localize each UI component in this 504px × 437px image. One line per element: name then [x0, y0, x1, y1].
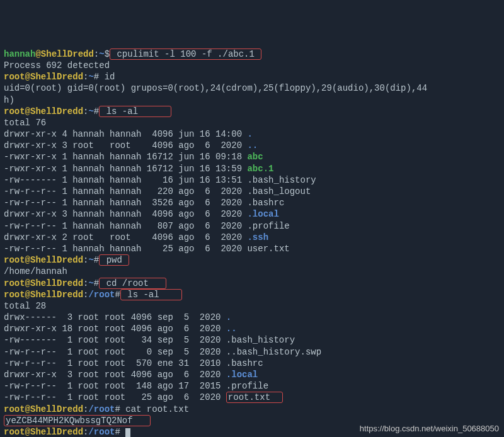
prompt-symbol: #	[94, 106, 99, 116]
prompt-host: ShellDredd	[30, 72, 83, 82]
command: cd /root	[99, 278, 166, 289]
file-name: root.txt	[226, 392, 283, 403]
ls-row: -rw-r--r-- 1 root root 148 ago 17 2015 .…	[4, 380, 500, 392]
ls-row: -rw-r--r-- 1 hannah hannah 220 ago 6 202…	[4, 186, 500, 197]
command-line: root@ShellDredd:~# id	[4, 71, 500, 82]
prompt-symbol: #	[115, 404, 120, 414]
prompt-user: root	[4, 278, 25, 288]
cursor	[125, 428, 130, 437]
ls-row: -rw------- 1 hannah hannah 16 jun 16 13:…	[4, 174, 500, 186]
file-name: .local	[226, 370, 258, 380]
prompt-symbol: #	[94, 278, 99, 288]
prompt-user: root	[4, 106, 25, 116]
ls-row: drwxr-xr-x 3 hannah hannah 4096 ago 6 20…	[4, 208, 500, 220]
command: cpulimit -l 100 -f ./abc.1	[110, 48, 261, 60]
file-name: abc.1	[247, 164, 273, 174]
prompt-user: root	[4, 72, 25, 82]
output-line: total 76	[4, 117, 500, 128]
prompt-host: ShellDredd	[30, 255, 83, 265]
prompt-user: root	[4, 427, 25, 437]
prompt-path: ~	[88, 255, 93, 265]
prompt-at: @	[25, 72, 30, 82]
prompt-path: ~	[88, 72, 93, 82]
ls-row: -rw-r--r-- 1 root root 570 ene 31 2010 .…	[4, 358, 500, 369]
prompt-user: root	[4, 404, 25, 414]
output-line: /home/hannah	[4, 266, 500, 277]
ls-row: drwxr-xr-x 2 root root 4096 ago 6 2020 .…	[4, 232, 500, 243]
output-line: Process 692 detected	[4, 60, 500, 71]
command-line: root@ShellDredd:~# cd /root	[4, 278, 500, 289]
output-line: h)	[4, 94, 500, 106]
prompt-at: @	[25, 278, 30, 288]
prompt-host: ShellDredd	[30, 290, 83, 300]
prompt-at: @	[35, 49, 40, 59]
prompt-path: ~	[99, 49, 104, 59]
prompt-at: @	[25, 106, 30, 116]
ls-row: -rw-r--r-- 1 root root 0 sep 5 2020 ..ba…	[4, 346, 500, 358]
file-name: .bash_logout	[247, 186, 311, 196]
command-line: root@ShellDredd:/root# ls -al	[4, 289, 500, 300]
command: pwd	[99, 254, 129, 266]
file-name: ..	[226, 324, 237, 334]
prompt-symbol: #	[115, 290, 120, 300]
prompt-host: ShellDredd	[30, 427, 83, 437]
ls-row: -rwxr-xr-x 1 hannah hannah 16712 jun 16 …	[4, 151, 500, 162]
command-line: root@ShellDredd:~# ls -al	[4, 106, 500, 117]
prompt-path: /root	[88, 427, 115, 437]
watermark: https://blog.csdn.net/weixin_50688050	[360, 424, 499, 434]
file-name: ..	[247, 140, 258, 150]
terminal-output[interactable]: hannah@ShellDredd:~$ cpulimit -l 100 -f …	[4, 48, 500, 437]
ls-row: -rwxr-xr-x 1 hannah hannah 16712 jun 16 …	[4, 163, 500, 174]
command-line: root@ShellDredd:~# pwd	[4, 254, 500, 266]
file-name: .profile	[247, 221, 289, 231]
ls-row: drwxr-xr-x 18 root root 4096 ago 6 2020 …	[4, 323, 500, 334]
ls-row: drwxr-xr-x 3 root root 4096 ago 6 2020 .…	[4, 369, 500, 380]
file-name: .bashrc	[226, 358, 263, 368]
ls-row: -rw------- 1 root root 34 sep 5 2020 .ba…	[4, 334, 500, 346]
command: ls -al	[120, 289, 182, 300]
prompt-at: @	[25, 290, 30, 300]
output-line: uid=0(root) gid=0(root) grupos=0(root),2…	[4, 82, 500, 94]
prompt-path: ~	[88, 278, 93, 288]
ls-row: -rw-r--r-- 1 hannah hannah 25 ago 6 2020…	[4, 243, 500, 254]
prompt-user: root	[4, 290, 25, 300]
prompt-at: @	[25, 427, 30, 437]
command: cat root.txt	[120, 404, 189, 414]
file-name: abc	[247, 152, 263, 162]
prompt-user: hannah	[4, 49, 35, 59]
prompt-symbol: #	[94, 255, 99, 265]
prompt-symbol: #	[115, 427, 120, 437]
output-line: total 28	[4, 300, 500, 312]
prompt-user: root	[4, 255, 25, 265]
ls-row: -rw-r--r-- 1 hannah hannah 807 ago 6 202…	[4, 220, 500, 232]
file-name: .bashrc	[247, 198, 284, 208]
file-name: .bash_history	[226, 335, 295, 345]
ls-row: drwxr-xr-x 4 hannah hannah 4096 jun 16 1…	[4, 128, 500, 140]
command-line: hannah@ShellDredd:~$ cpulimit -l 100 -f …	[4, 48, 500, 60]
flag-output: yeZCB44MPH2KQwbssgTQ2Nof	[4, 415, 151, 426]
prompt-host: ShellDredd	[30, 106, 83, 116]
ls-row: drwxr-xr-x 3 root root 4096 ago 6 2020 .…	[4, 140, 500, 151]
prompt-at: @	[25, 255, 30, 265]
command	[120, 427, 125, 437]
command-line: root@ShellDredd:/root# cat root.txt	[4, 404, 500, 415]
file-name: user.txt	[247, 244, 289, 254]
file-name: .local	[247, 209, 278, 219]
file-name: .	[247, 129, 252, 139]
prompt-path: /root	[88, 404, 115, 414]
prompt-host: ShellDredd	[30, 404, 83, 414]
file-name: .ssh	[247, 232, 268, 242]
prompt-path: /root	[88, 290, 115, 300]
ls-row: drwx------ 3 root root 4096 sep 5 2020 .	[4, 312, 500, 323]
ls-row: -rw-r--r-- 1 root root 25 ago 6 2020 roo…	[4, 392, 500, 403]
prompt-host: ShellDredd	[30, 278, 83, 288]
ls-row: -rw-r--r-- 1 hannah hannah 3526 ago 6 20…	[4, 197, 500, 208]
file-name: .	[226, 312, 231, 322]
prompt-at: @	[25, 404, 30, 414]
command: ls -al	[99, 106, 171, 117]
prompt-colon: :	[94, 49, 99, 59]
command: id	[99, 72, 115, 82]
prompt-symbol: $	[105, 49, 110, 59]
file-name: .profile	[226, 381, 268, 391]
prompt-symbol: #	[94, 72, 99, 82]
